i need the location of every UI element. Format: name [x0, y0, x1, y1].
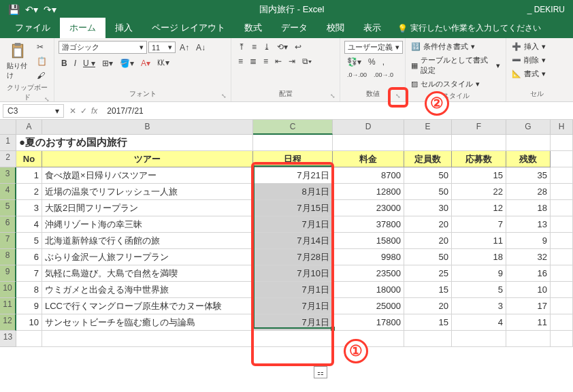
cell[interactable]	[551, 200, 573, 216]
cell[interactable]	[253, 331, 333, 347]
row-header[interactable]: 2	[0, 151, 16, 167]
cell[interactable]	[42, 331, 253, 347]
align-top-icon[interactable]: ⤒	[235, 41, 248, 53]
cell[interactable]	[551, 184, 573, 200]
cell-capacity[interactable]: 20	[404, 216, 452, 233]
row-header[interactable]: 13	[0, 331, 16, 347]
cell-tour[interactable]: 近場の温泉でリフレッシュ一人旅	[42, 184, 253, 200]
tab-file[interactable]: ファイル	[5, 18, 60, 38]
col-header-H[interactable]: H	[551, 120, 573, 135]
header-date[interactable]: 日程	[253, 151, 333, 167]
col-header-G[interactable]: G	[506, 120, 551, 135]
selection-handle[interactable]	[331, 327, 335, 331]
header-capacity[interactable]: 定員数	[404, 151, 452, 167]
cell-no[interactable]: 7	[16, 265, 42, 282]
row-header[interactable]: 3	[0, 167, 16, 184]
cell[interactable]	[551, 151, 573, 167]
save-icon[interactable]: 💾	[8, 4, 20, 15]
cell-capacity[interactable]: 50	[404, 184, 452, 200]
cell-applicants[interactable]: 5	[452, 282, 506, 298]
cell[interactable]	[506, 135, 551, 151]
row-header[interactable]: 7	[0, 233, 16, 249]
cell-date[interactable]: 7月1日	[253, 282, 333, 298]
cell-no[interactable]: 2	[16, 184, 42, 200]
cell-tour[interactable]: 沖縄リゾート海の幸三昧	[42, 216, 253, 233]
cell[interactable]	[551, 265, 573, 282]
row-header[interactable]: 4	[0, 184, 16, 200]
cell-price[interactable]: 23000	[333, 200, 404, 216]
fill-color-icon[interactable]: 🪣▾	[117, 57, 137, 69]
row-header[interactable]: 8	[0, 249, 16, 265]
align-center-icon[interactable]: ≣	[247, 55, 259, 67]
cell-price[interactable]: 12800	[333, 184, 404, 200]
cell[interactable]	[452, 331, 506, 347]
cell[interactable]	[551, 135, 573, 151]
cell[interactable]	[333, 331, 404, 347]
cell-no[interactable]: 10	[16, 314, 42, 331]
cell[interactable]	[16, 331, 42, 347]
cell-date[interactable]: 7月1日	[253, 298, 333, 314]
number-format-combo[interactable]: ユーザー定義▾	[344, 41, 403, 54]
format-cells-button[interactable]: 📐書式 ▾	[510, 68, 547, 80]
row-header[interactable]: 10	[0, 282, 16, 298]
cell[interactable]	[551, 249, 573, 265]
paste-button[interactable]: 貼り付け	[4, 41, 31, 82]
underline-button[interactable]: U ▾	[80, 57, 98, 69]
wrap-text-icon[interactable]: ↩	[292, 41, 304, 53]
cell-capacity[interactable]: 15	[404, 282, 452, 298]
cell-price[interactable]: 25000	[333, 298, 404, 314]
cell-price[interactable]: 9980	[333, 249, 404, 265]
cell-tour[interactable]: 北海道新幹線で行く函館の旅	[42, 233, 253, 249]
cell-no[interactable]: 5	[16, 233, 42, 249]
cell[interactable]	[551, 298, 573, 314]
cell-date[interactable]: 7月10日	[253, 265, 333, 282]
cell-capacity[interactable]: 25	[404, 265, 452, 282]
bold-button[interactable]: B	[59, 57, 70, 69]
cell-no[interactable]: 6	[16, 249, 42, 265]
percent-icon[interactable]: %	[365, 56, 378, 68]
decrease-decimal-icon[interactable]: .00→.0	[371, 70, 396, 80]
cell-tour[interactable]: 食べ放題×日帰りバスツアー	[42, 167, 253, 184]
cell-applicants[interactable]: 15	[452, 167, 506, 184]
accounting-icon[interactable]: 💱▾	[344, 56, 364, 68]
cell-remaining[interactable]: 11	[506, 314, 551, 331]
increase-decimal-icon[interactable]: .0→.00	[344, 70, 370, 80]
cell-date[interactable]: 7月28日	[253, 249, 333, 265]
cell[interactable]	[551, 282, 573, 298]
cell-tour[interactable]: ぶらり金沢一人旅フリープラン	[42, 249, 253, 265]
align-left-icon[interactable]: ≡	[235, 55, 246, 67]
tab-insert[interactable]: 挿入	[105, 18, 142, 38]
cell[interactable]	[452, 135, 506, 151]
cell-price[interactable]: 18000	[333, 282, 404, 298]
italic-button[interactable]: I	[71, 57, 79, 69]
number-launcher-icon[interactable]: ⤡	[395, 93, 401, 99]
cell[interactable]	[551, 331, 573, 347]
tab-review[interactable]: 校閲	[317, 18, 354, 38]
cell-price[interactable]: 15800	[333, 233, 404, 249]
cell[interactable]	[404, 331, 452, 347]
cell-no[interactable]: 1	[16, 167, 42, 184]
cell-no[interactable]: 4	[16, 216, 42, 233]
cell-date[interactable]: 7月1日	[253, 314, 333, 331]
orientation-icon[interactable]: ⟲▾	[274, 41, 291, 53]
align-launcher-icon[interactable]: ⤡	[330, 93, 335, 99]
quick-analysis-icon[interactable]: ⚏	[314, 366, 327, 378]
header-no[interactable]: No	[16, 151, 42, 167]
cell-tour[interactable]: 大阪2日間フリープラン	[42, 200, 253, 216]
cell[interactable]	[551, 216, 573, 233]
cell-date[interactable]: 7月1日	[253, 216, 333, 233]
cell-applicants[interactable]: 9	[452, 265, 506, 282]
comma-icon[interactable]: ,	[380, 56, 387, 68]
tell-me-box[interactable]: 💡 実行したい作業を入力してください	[391, 18, 548, 38]
copy-icon[interactable]: 📋	[34, 55, 50, 67]
cell-no[interactable]: 3	[16, 200, 42, 216]
cell-applicants[interactable]: 22	[452, 184, 506, 200]
cell[interactable]	[551, 314, 573, 331]
row-header[interactable]: 12	[0, 314, 16, 331]
col-header-E[interactable]: E	[404, 120, 452, 135]
cell-no[interactable]: 8	[16, 282, 42, 298]
cell[interactable]	[551, 233, 573, 249]
cell-tour[interactable]: 気軽に島遊び。大島で自然を満喫	[42, 265, 253, 282]
cell-capacity[interactable]: 20	[404, 233, 452, 249]
cell-applicants[interactable]: 7	[452, 216, 506, 233]
